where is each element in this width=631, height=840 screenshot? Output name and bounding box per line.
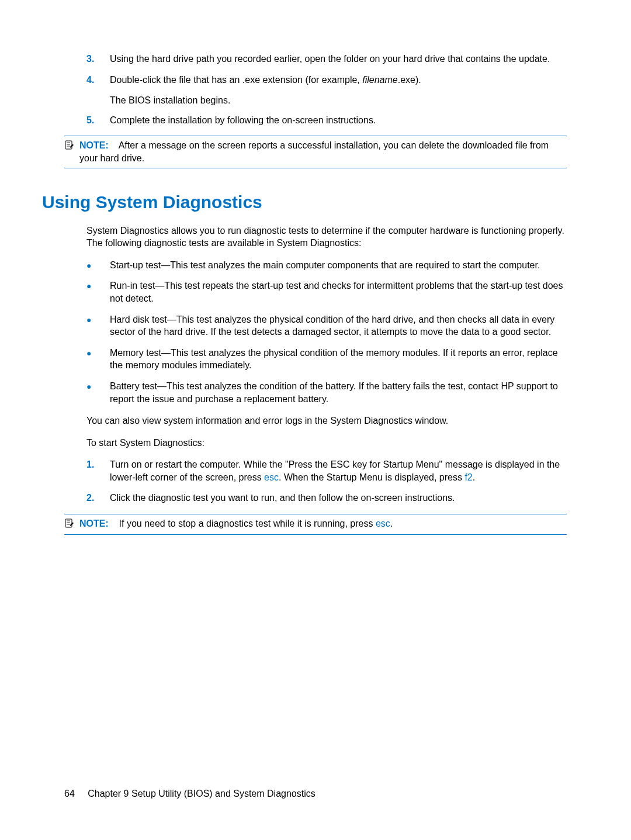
list-number: 2. bbox=[86, 492, 110, 504]
svg-rect-4 bbox=[65, 519, 72, 527]
note-content: NOTE: After a message on the screen repo… bbox=[79, 139, 567, 164]
diagnostics-section: System Diagnostics allows you to run dia… bbox=[86, 224, 567, 505]
note-icon bbox=[64, 139, 79, 153]
continuation-text: The BIOS installation begins. bbox=[110, 94, 567, 107]
bullet-icon: ● bbox=[86, 347, 110, 359]
heading-1: Using System Diagnostics bbox=[42, 192, 567, 213]
list-text: Click the diagnostic test you want to ru… bbox=[110, 492, 567, 504]
list-text: Battery test—This test analyzes the cond… bbox=[110, 380, 567, 405]
page-number: 64 bbox=[64, 789, 75, 798]
paragraph: You can also view system information and… bbox=[86, 414, 567, 427]
ordered-list-2: 1. Turn on or restart the computer. Whil… bbox=[86, 458, 567, 504]
note-rule-bottom bbox=[64, 534, 567, 535]
text-part: . When the Startup Menu is displayed, pr… bbox=[279, 472, 464, 482]
ordered-list-1: 3. Using the hard drive path you recorde… bbox=[86, 53, 567, 86]
key-f2: f2 bbox=[464, 472, 472, 482]
note-text bbox=[111, 140, 118, 150]
list-item: ● Run-in test—This test repeats the star… bbox=[86, 279, 567, 305]
list-item: 3. Using the hard drive path you recorde… bbox=[86, 53, 567, 65]
document-pencil-icon bbox=[64, 140, 75, 150]
note-content: NOTE: If you need to stop a diagnostics … bbox=[79, 517, 393, 530]
list-item: ● Memory test—This test analyzes the phy… bbox=[86, 347, 567, 372]
intro-paragraph: System Diagnostics allows you to run dia… bbox=[86, 224, 567, 250]
list-text: Complete the installation by following t… bbox=[110, 114, 567, 127]
list-item: ● Battery test—This test analyzes the co… bbox=[86, 380, 567, 405]
note-text-part: If you need to stop a diagnostics test w… bbox=[119, 518, 376, 528]
bullet-icon: ● bbox=[86, 313, 110, 326]
note-row: NOTE: After a message on the screen repo… bbox=[64, 137, 567, 166]
list-number: 3. bbox=[86, 53, 110, 65]
list-item: ● Hard disk test—This test analyzes the … bbox=[86, 313, 567, 338]
paragraph: To start System Diagnostics: bbox=[86, 437, 567, 450]
list-item: 2. Click the diagnostic test you want to… bbox=[86, 492, 567, 504]
list-text: Turn on or restart the computer. While t… bbox=[110, 458, 567, 483]
bullet-list-1: ● Start-up test—This test analyzes the m… bbox=[86, 259, 567, 405]
note-rule-top bbox=[64, 136, 567, 136]
note-text-body: After a message on the screen reports a … bbox=[79, 140, 549, 163]
bullet-icon: ● bbox=[86, 279, 110, 292]
text-pre: Double-click the file that has an .exe e… bbox=[110, 75, 362, 85]
text-part: . bbox=[473, 472, 475, 482]
note-icon bbox=[64, 517, 79, 531]
note-spacer bbox=[111, 518, 119, 528]
page-footer: 64 Chapter 9 Setup Utility (BIOS) and Sy… bbox=[64, 789, 316, 799]
note-text-part: . bbox=[390, 518, 393, 528]
italic-text: filename bbox=[362, 75, 397, 85]
list-item: ● Start-up test—This test analyzes the m… bbox=[86, 259, 567, 272]
svg-rect-0 bbox=[65, 141, 72, 149]
list-item: 1. Turn on or restart the computer. Whil… bbox=[86, 458, 567, 483]
list-number: 5. bbox=[86, 114, 110, 127]
list-text: Memory test—This test analyzes the physi… bbox=[110, 347, 567, 372]
list-text: Double-click the file that has an .exe e… bbox=[110, 74, 567, 87]
key-esc: esc bbox=[264, 472, 279, 482]
note-box-2: NOTE: If you need to stop a diagnostics … bbox=[64, 514, 567, 535]
list-text: Using the hard drive path you recorded e… bbox=[110, 53, 567, 65]
text-post: .exe). bbox=[398, 75, 421, 85]
key-esc: esc bbox=[376, 518, 390, 528]
note-rule-bottom bbox=[64, 168, 567, 168]
note-label: NOTE: bbox=[79, 140, 109, 150]
document-pencil-icon bbox=[64, 518, 75, 528]
list-number: 4. bbox=[86, 74, 110, 87]
ordered-list-1-cont: 5. Complete the installation by followin… bbox=[86, 114, 567, 127]
note-row: NOTE: If you need to stop a diagnostics … bbox=[64, 516, 567, 533]
page-content: 3. Using the hard drive path you recorde… bbox=[0, 0, 631, 535]
bullet-icon: ● bbox=[86, 380, 110, 392]
list-text: Hard disk test—This test analyzes the ph… bbox=[110, 313, 567, 338]
note-rule-top bbox=[64, 514, 567, 514]
list-number: 1. bbox=[86, 458, 110, 471]
note-box-1: NOTE: After a message on the screen repo… bbox=[64, 136, 567, 168]
list-item: 5. Complete the installation by followin… bbox=[86, 114, 567, 127]
list-text: Start-up test—This test analyzes the mai… bbox=[110, 259, 567, 272]
chapter-label: Chapter 9 Setup Utility (BIOS) and Syste… bbox=[88, 789, 316, 798]
top-ordered-list-block: 3. Using the hard drive path you recorde… bbox=[86, 53, 567, 126]
bullet-icon: ● bbox=[86, 259, 110, 271]
note-label: NOTE: bbox=[79, 518, 109, 528]
list-item: 4. Double-click the file that has an .ex… bbox=[86, 74, 567, 87]
list-text: Run-in test—This test repeats the start-… bbox=[110, 279, 567, 305]
